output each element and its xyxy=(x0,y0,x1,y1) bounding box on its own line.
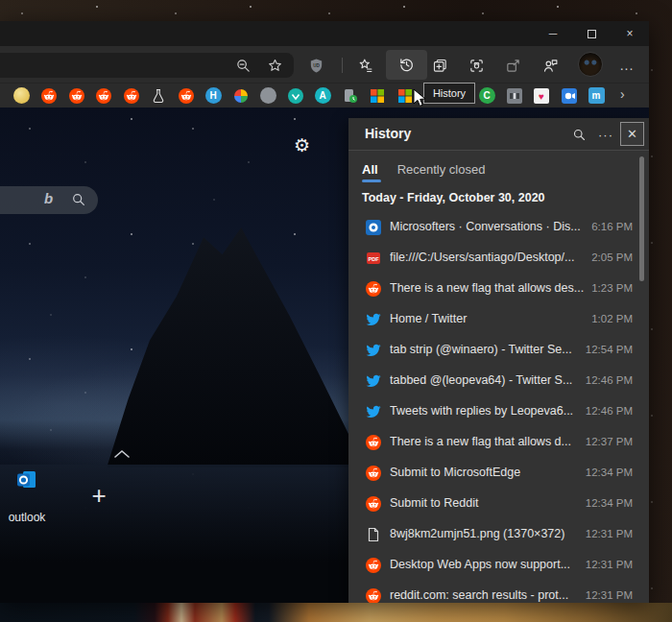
history-panel-title: History xyxy=(365,126,411,141)
history-tabs: AllRecently closed xyxy=(362,162,485,182)
share-icon[interactable] xyxy=(500,53,525,78)
a-mountain-favicon[interactable]: A xyxy=(315,87,331,104)
history-item[interactable]: Submit to Reddit12:34 PM xyxy=(348,489,649,519)
profile-avatar[interactable] xyxy=(578,52,603,77)
reddit-favicon[interactable] xyxy=(41,87,58,104)
history-item[interactable]: There is a new flag that allows des...1:… xyxy=(348,274,649,304)
adblock-shield-icon[interactable]: UD xyxy=(303,53,328,78)
panel-scrollbar[interactable] xyxy=(639,156,644,281)
desktop-wallpaper-bottom xyxy=(0,603,672,622)
reddit-favicon xyxy=(366,435,381,450)
history-item-title: There is a new flag that allows d... xyxy=(390,435,599,448)
history-panel: History ··· ✕ AllRecently closed Today -… xyxy=(348,118,649,603)
heart-site-favicon[interactable]: ♥ xyxy=(534,87,550,104)
panel-search-icon[interactable] xyxy=(567,123,590,146)
add-shortcut-plus[interactable]: + xyxy=(86,484,111,509)
microsoft-favicon[interactable] xyxy=(396,87,413,104)
history-item[interactable]: Tweets with replies by Leopeva6...12:46 … xyxy=(348,396,649,427)
file-favicon xyxy=(366,527,381,542)
favorites-overflow-chevron[interactable]: › xyxy=(620,86,625,102)
history-item[interactable]: reddit.com: search results - prot...12:3… xyxy=(348,581,649,603)
history-item-time: 12:46 PM xyxy=(586,374,633,386)
mouse-cursor xyxy=(413,88,427,112)
gray-site-favicon[interactable] xyxy=(260,87,276,104)
bing-icon: b xyxy=(44,190,53,206)
history-item-time: 12:31 PM xyxy=(586,589,633,601)
outlook-icon xyxy=(16,470,37,491)
history-icon xyxy=(394,52,419,77)
camera-app-favicon[interactable] xyxy=(561,87,577,104)
reddit-favicon xyxy=(366,558,381,573)
pdf-favicon: PDF xyxy=(366,251,381,266)
reddit-favicon xyxy=(366,588,381,603)
twitter-favicon xyxy=(366,343,381,358)
flags-flask-favicon[interactable] xyxy=(151,87,167,104)
history-item-title: There is a new flag that allows des... xyxy=(390,281,599,295)
zoom-icon[interactable] xyxy=(230,53,255,78)
history-item-time: 12:54 PM xyxy=(586,344,633,355)
history-item[interactable]: tab strip (@winaero) - Twitter Se...12:5… xyxy=(348,335,649,366)
history-item-time: 12:34 PM xyxy=(586,466,633,478)
history-button[interactable] xyxy=(386,50,427,80)
reddit-favicon xyxy=(366,466,381,481)
c-green-favicon[interactable]: C xyxy=(479,87,495,104)
tab-recently-closed[interactable]: Recently closed xyxy=(397,162,486,182)
quicklink-label: outlook xyxy=(2,511,52,524)
add-favorite-star-icon[interactable] xyxy=(262,53,287,78)
web-capture-icon[interactable] xyxy=(464,53,489,78)
quicklink-outlook[interactable]: outlook xyxy=(2,470,52,524)
history-item[interactable]: Microsofters · Conversations · Dis...6:1… xyxy=(348,212,649,243)
history-item-time: 12:34 PM xyxy=(586,497,633,509)
maximize-button[interactable] xyxy=(572,21,611,46)
expand-chevron-icon[interactable] xyxy=(113,445,131,463)
history-tooltip: History xyxy=(423,83,475,104)
history-item[interactable]: tabbed @(leopeva64) - Twitter S...12:46 … xyxy=(348,366,649,396)
reddit-favicon[interactable] xyxy=(178,87,194,104)
reddit-favicon[interactable] xyxy=(68,87,84,104)
search-bar[interactable]: b xyxy=(0,186,98,214)
minimize-button[interactable]: ─ xyxy=(534,21,572,46)
history-item[interactable]: Desktop Web Apps now support...12:31 PM xyxy=(348,550,649,581)
reddit-favicon[interactable] xyxy=(96,87,112,104)
svg-text:PDF: PDF xyxy=(368,256,379,262)
google-photos-favicon[interactable] xyxy=(232,87,249,104)
twitter-favicon xyxy=(366,404,381,419)
browser-toolbar: UD xyxy=(0,46,649,83)
teal-pin-favicon[interactable] xyxy=(287,87,303,104)
feedback-icon[interactable] xyxy=(538,53,563,78)
close-button[interactable]: × xyxy=(611,21,649,46)
history-item-time: 12:31 PM xyxy=(586,528,633,539)
doc-history-favicon[interactable] xyxy=(342,87,358,104)
history-item[interactable]: There is a new flag that allows d...12:3… xyxy=(348,427,649,458)
history-item-time: 12:31 PM xyxy=(586,559,633,570)
microsoft-favicon[interactable] xyxy=(370,87,386,104)
history-item-title: Microsofters · Conversations · Dis... xyxy=(390,220,599,233)
history-item[interactable]: Submit to MicrosoftEdge12:34 PM xyxy=(348,458,649,489)
history-item[interactable]: 8wj8km2umjn51.png (1370×372)12:31 PM xyxy=(348,519,649,550)
history-item-time: 1:23 PM xyxy=(591,282,633,294)
h-site-favicon[interactable]: H xyxy=(205,87,222,104)
favorites-hub-icon[interactable] xyxy=(352,53,377,78)
panel-close-icon[interactable]: ✕ xyxy=(620,122,644,146)
history-item-title: tab strip (@winaero) - Twitter Se... xyxy=(390,343,599,356)
tab-all[interactable]: All xyxy=(362,162,378,182)
reddit-favicon[interactable] xyxy=(123,87,139,104)
history-item[interactable]: Home / Twitter1:02 PM xyxy=(348,304,649,335)
reddit-favicon xyxy=(366,496,381,512)
twitter-favicon xyxy=(366,312,381,327)
gif-site-favicon[interactable] xyxy=(506,87,522,104)
title-bar: ─ × xyxy=(0,21,649,46)
page-settings-gear-icon[interactable]: ⚙ xyxy=(294,134,310,156)
history-list: Microsofters · Conversations · Dis...6:1… xyxy=(348,212,649,603)
collections-icon[interactable] xyxy=(427,53,452,78)
settings-more-icon[interactable]: ... xyxy=(614,53,639,78)
history-item-title: Tweets with replies by Leopeva6... xyxy=(390,404,599,418)
search-icon[interactable] xyxy=(71,192,86,211)
history-item[interactable]: PDFfile:///C:/Users/santiago/Desktop/...… xyxy=(348,243,649,274)
maximize-icon xyxy=(588,30,596,38)
history-item-title: Submit to MicrosoftEdge xyxy=(390,466,599,479)
yellow-ball-favicon[interactable] xyxy=(13,87,30,104)
window-controls: ─ × xyxy=(534,21,649,46)
m-site-favicon[interactable]: m xyxy=(588,87,605,104)
panel-more-icon[interactable]: ··· xyxy=(594,123,617,146)
